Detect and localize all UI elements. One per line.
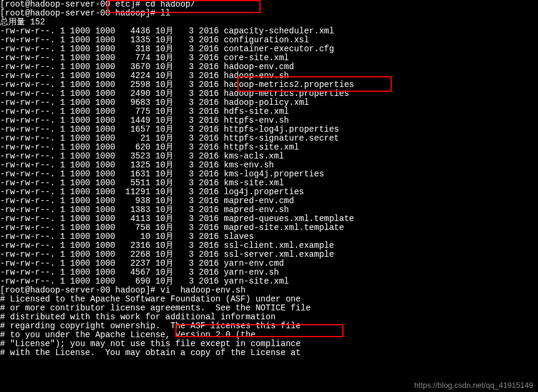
file-entry: -rw-rw-r--. 1 1000 1000 620 10月 3 2016 h… bbox=[0, 143, 538, 152]
prompt-line-vi: [root@hadoop-server-00 hadoop]# vi hadoo… bbox=[0, 286, 538, 295]
file-entry: -rw-rw-r--. 1 1000 1000 11291 10月 3 2016… bbox=[0, 188, 538, 197]
file-entry: -rw-rw-r--. 1 1000 1000 5511 10月 3 2016 … bbox=[0, 179, 538, 188]
file-entry: -rw-rw-r--. 1 1000 1000 3670 10月 3 2016 … bbox=[0, 63, 538, 71]
file-entry: -rw-rw-r--. 1 1000 1000 758 10月 3 2016 m… bbox=[0, 223, 538, 232]
file-entry: -rw-rw-r--. 1 1000 1000 1657 10月 3 2016 … bbox=[0, 125, 538, 134]
total-line: 总用量 152 bbox=[0, 18, 538, 27]
file-entry: -rw-rw-r--. 1 1000 1000 2237 10月 3 2016 … bbox=[0, 259, 538, 268]
license-line: # Licensed to the Apache Software Founda… bbox=[0, 295, 538, 304]
file-entry: -rw-rw-r--. 1 1000 1000 4224 10月 3 2016 … bbox=[0, 71, 538, 80]
file-entry: -rw-rw-r--. 1 1000 1000 1631 10月 3 2016 … bbox=[0, 170, 538, 179]
file-entry: -rw-rw-r--. 1 1000 1000 4436 10月 3 2016 … bbox=[0, 27, 538, 36]
file-entry: -rw-rw-r--. 1 1000 1000 2598 10月 3 2016 … bbox=[0, 80, 538, 89]
license-line: # with the License. You may obtain a cop… bbox=[0, 349, 538, 357]
file-entry: -rw-rw-r--. 1 1000 1000 775 10月 3 2016 h… bbox=[0, 107, 538, 116]
file-entry: -rw-rw-r--. 1 1000 1000 774 10月 3 2016 c… bbox=[0, 54, 538, 63]
file-entry: -rw-rw-r--. 1 1000 1000 1335 10月 3 2016 … bbox=[0, 36, 538, 45]
file-entry: -rw-rw-r--. 1 1000 1000 4567 10月 3 2016 … bbox=[0, 268, 538, 277]
file-entry: -rw-rw-r--. 1 1000 1000 2490 10月 3 2016 … bbox=[0, 89, 538, 98]
file-entry: -rw-rw-r--. 1 1000 1000 9683 10月 3 2016 … bbox=[0, 98, 538, 107]
watermark-text: https://blog.csdn.net/qq_41915149 bbox=[415, 381, 534, 390]
file-entry: -rw-rw-r--. 1 1000 1000 3523 10月 3 2016 … bbox=[0, 152, 538, 161]
license-line: # "License"); you may not use this file … bbox=[0, 340, 538, 349]
terminal-output[interactable]: [root@hadoop-server-00 etc]# cd hadoop/[… bbox=[0, 0, 538, 357]
prompt-line-ll: [root@hadoop-server-00 hadoop]# ll bbox=[0, 9, 538, 18]
file-entry: -rw-rw-r--. 1 1000 1000 1325 10月 3 2016 … bbox=[0, 161, 538, 170]
file-entry: -rw-rw-r--. 1 1000 1000 938 10月 3 2016 m… bbox=[0, 197, 538, 206]
license-line: # distributed with this work for additio… bbox=[0, 313, 538, 322]
file-entry: -rw-rw-r--. 1 1000 1000 1449 10月 3 2016 … bbox=[0, 116, 538, 125]
file-entry: -rw-rw-r--. 1 1000 1000 690 10月 3 2016 y… bbox=[0, 277, 538, 286]
file-entry: -rw-rw-r--. 1 1000 1000 318 10月 3 2016 c… bbox=[0, 45, 538, 54]
file-entry: -rw-rw-r--. 1 1000 1000 2316 10月 3 2016 … bbox=[0, 241, 538, 250]
prompt-line-cd: [root@hadoop-server-00 etc]# cd hadoop/ bbox=[0, 0, 538, 9]
file-entry: -rw-rw-r--. 1 1000 1000 4113 10月 3 2016 … bbox=[0, 214, 538, 223]
file-entry: -rw-rw-r--. 1 1000 1000 2268 10月 3 2016 … bbox=[0, 250, 538, 259]
file-entry: -rw-rw-r--. 1 1000 1000 10 10月 3 2016 sl… bbox=[0, 232, 538, 241]
file-entry: -rw-rw-r--. 1 1000 1000 1383 10月 3 2016 … bbox=[0, 206, 538, 214]
license-line: # or more contributor license agreements… bbox=[0, 304, 538, 313]
license-line: # to you under the Apache License, Versi… bbox=[0, 331, 538, 340]
file-entry: -rw-rw-r--. 1 1000 1000 21 10月 3 2016 ht… bbox=[0, 134, 538, 143]
license-line: # regarding copyright ownership. The ASF… bbox=[0, 322, 538, 331]
